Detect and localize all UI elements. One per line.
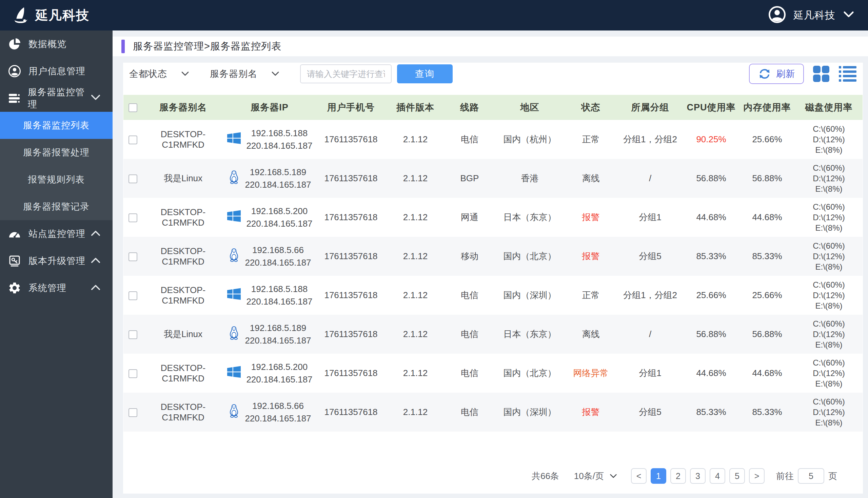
row-checkbox[interactable]: [128, 252, 137, 261]
status-cell: 正常: [564, 120, 617, 159]
region-cell: 香港: [495, 159, 564, 198]
user-menu[interactable]: 延凡科技: [768, 6, 854, 25]
sidebar-submenu: 服务器监控列表 服务器报警处理 报警规则列表 服务器报警记录: [0, 112, 113, 220]
row-checkbox[interactable]: [128, 213, 137, 222]
filter-bar: 全都状态 服务器别名 查询 刷新: [123, 64, 863, 84]
ip-cell: 192.168.5.66220.184.165.187: [224, 237, 315, 276]
linux-icon: [228, 248, 240, 265]
ip-addresses: 192.168.5.188220.184.165.187: [246, 283, 312, 308]
alias-cell: DESKTOP-C1RMFKD: [142, 198, 224, 237]
search-input[interactable]: [300, 64, 392, 83]
version-cell: 2.1.12: [386, 315, 444, 354]
column-header-10: 磁盘使用率: [795, 95, 863, 120]
sidebar-item-label: 站点监控管理: [28, 228, 86, 240]
breadcrumb-strip: 服务器监控管理>服务器监控列表: [113, 37, 868, 56]
next-page-button[interactable]: >: [749, 468, 765, 484]
cpu-cell: 56.88%: [683, 315, 739, 354]
row-checkbox[interactable]: [128, 369, 137, 378]
group-cell: 分组1: [617, 198, 683, 237]
cpu-cell: 56.88%: [683, 159, 739, 198]
phone-cell: 17611357618: [315, 159, 386, 198]
disk-cell: C:\(60%)D:\(12%)E:\(8%): [795, 354, 863, 393]
status-select[interactable]: 全都状态: [129, 68, 190, 80]
line-cell: 电信: [444, 315, 495, 354]
cpu-cell: 85.33%: [683, 393, 739, 432]
ip-addresses: 192.168.5.189220.184.165.187: [245, 322, 311, 347]
table-row: DESKTOP-C1RMFKD: [124, 120, 863, 159]
page-button-5[interactable]: 5: [729, 468, 745, 484]
row-select-cell: [124, 159, 142, 198]
ip-cell: 192.168.5.188220.184.165.187: [224, 120, 315, 159]
alias-cell: DESKTOP-C1RMFKD: [142, 276, 224, 315]
row-checkbox[interactable]: [128, 330, 137, 339]
column-header-5: 地区: [495, 95, 564, 120]
status-select-value: 全都状态: [129, 68, 167, 80]
row-checkbox[interactable]: [128, 291, 137, 300]
ip-cell: 192.168.5.188220.184.165.187: [224, 276, 315, 315]
page-button-2[interactable]: 2: [670, 468, 686, 484]
sidebar-item-data-overview[interactable]: 数据概览: [0, 30, 113, 57]
user-name: 延凡科技: [793, 9, 835, 22]
ip-addresses: 192.168.5.66220.184.165.187: [245, 244, 311, 269]
sidebar-item-system[interactable]: 系统管理: [0, 274, 113, 302]
group-cell: /: [617, 315, 683, 354]
list-view-icon[interactable]: [839, 65, 857, 83]
region-cell: 日本（东京）: [495, 315, 564, 354]
chevron-up-icon: [90, 230, 101, 238]
ip-addresses: 192.168.5.188220.184.165.187: [246, 127, 312, 152]
table-header-row: 服务器别名服务器IP用户手机号插件版本线路地区状态所属分组CPU使用率内存使用率…: [124, 95, 863, 120]
page-size-value: 10条/页: [574, 470, 604, 482]
group-cell: /: [617, 159, 683, 198]
sidebar-item-site-monitor[interactable]: 站点监控管理: [0, 220, 113, 247]
sidebar-subitem-alarm-rules[interactable]: 报警规则列表: [0, 166, 113, 193]
table-row: DESKTOP-C1RMFKD: [124, 198, 863, 237]
grid-view-icon[interactable]: [812, 65, 830, 83]
chevron-down-icon: [271, 71, 280, 77]
page-unit-label: 页: [828, 470, 837, 482]
version-cell: 2.1.12: [386, 159, 444, 198]
refresh-label: 刷新: [776, 68, 795, 80]
top-bar: 延凡科技 延凡科技: [0, 0, 868, 30]
memory-cell: 25.66%: [739, 276, 795, 315]
refresh-button[interactable]: 刷新: [749, 64, 804, 84]
page-button-3[interactable]: 3: [690, 468, 705, 484]
sidebar-item-user-info[interactable]: 用户信息管理: [0, 57, 113, 85]
goto-page-input[interactable]: [798, 468, 824, 484]
table-row: 我是Linux: [124, 315, 863, 354]
page-size-select[interactable]: 10条/页: [574, 470, 617, 482]
sidebar-subitem-monitor-list[interactable]: 服务器监控列表: [0, 112, 113, 139]
sidebar-subitem-alarm-handle[interactable]: 服务器报警处理: [0, 139, 113, 166]
select-all-checkbox[interactable]: [128, 103, 137, 112]
row-checkbox[interactable]: [128, 174, 137, 183]
sidebar-subitem-alarm-records[interactable]: 服务器报警记录: [0, 193, 113, 220]
memory-cell: 85.33%: [739, 237, 795, 276]
ip-cell: 192.168.5.189220.184.165.187: [224, 159, 315, 198]
page-button-4[interactable]: 4: [710, 468, 725, 484]
sidebar-item-server-monitor[interactable]: 服务器监控管理: [0, 85, 113, 112]
disk-cell: C:\(60%)D:\(12%)E:\(8%): [795, 315, 863, 354]
refresh-icon: [758, 68, 771, 80]
cpu-cell: 90.25%: [683, 120, 739, 159]
ip-addresses: 192.168.5.200220.184.165.187: [246, 361, 312, 386]
disk-cell: C:\(60%)D:\(12%)E:\(8%): [795, 276, 863, 315]
alias-cell: 我是Linux: [142, 159, 224, 198]
sidebar-item-version-upgrade[interactable]: 版本升级管理: [0, 247, 113, 274]
region-cell: 国内（深圳）: [495, 276, 564, 315]
row-select-cell: [124, 198, 142, 237]
pie-chart-icon: [8, 37, 22, 51]
chevron-down-icon: [90, 94, 101, 102]
memory-cell: 44.68%: [739, 198, 795, 237]
chevron-down-icon: [843, 11, 854, 19]
goto-label: 前往: [776, 470, 794, 482]
avatar: [768, 6, 786, 25]
memory-cell: 25.66%: [739, 120, 795, 159]
row-checkbox[interactable]: [128, 408, 137, 417]
page-button-1[interactable]: 1: [651, 468, 666, 484]
field-select[interactable]: 服务器别名: [210, 68, 280, 80]
cpu-cell: 44.68%: [683, 198, 739, 237]
query-button[interactable]: 查询: [397, 64, 452, 83]
line-cell: 网通: [444, 198, 495, 237]
row-checkbox[interactable]: [128, 135, 137, 144]
prev-page-button[interactable]: <: [631, 468, 647, 484]
ip-cell: 192.168.5.189220.184.165.187: [224, 315, 315, 354]
